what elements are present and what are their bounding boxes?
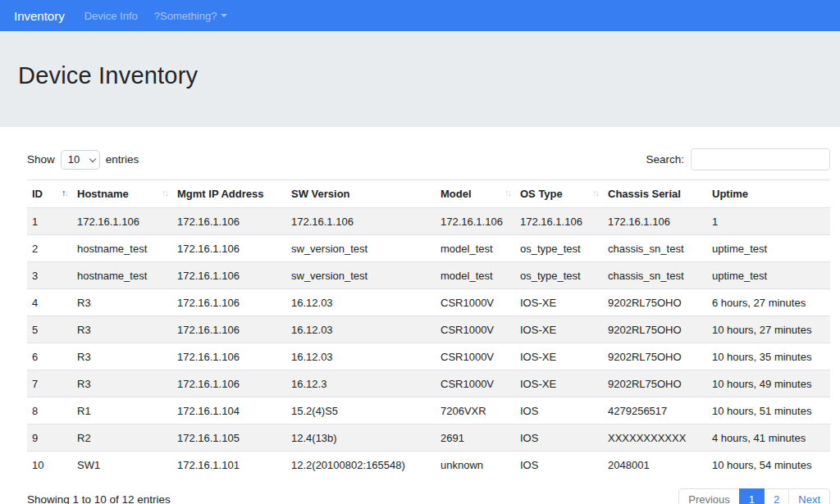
cell-uptime: 10 hours, 54 minutes	[707, 452, 830, 479]
navbar-brand[interactable]: Inventory	[14, 9, 65, 23]
column-header-model[interactable]: Model ↑↓	[436, 180, 515, 208]
cell-chassis-serial: XXXXXXXXXXX	[603, 425, 707, 452]
search-label: Search:	[646, 153, 684, 166]
column-header-label: Mgmt IP Address	[177, 188, 263, 200]
column-header-os-type[interactable]: OS Type ↑↓	[515, 180, 603, 208]
column-header-label: OS Type	[520, 188, 563, 200]
show-label: Show	[27, 153, 55, 166]
cell-id: 4	[27, 289, 72, 316]
table-row: 8R1172.16.1.10415.2(4)S57206VXRIOS427925…	[27, 397, 830, 425]
pagination-next-button[interactable]: Next	[788, 488, 830, 504]
page-size-select-wrap: 10	[61, 150, 100, 170]
column-header-hostname[interactable]: Hostname ↑↓	[72, 180, 172, 208]
cell-hostname: hostname_test	[72, 262, 172, 289]
cell-sw-version: 172.16.1.106	[286, 208, 436, 235]
table-row: 10SW1172.16.1.10112.2(20100802:165548)un…	[27, 452, 830, 479]
cell-chassis-serial: 9202RL75OHO	[603, 343, 707, 370]
search-control: Search:	[646, 148, 830, 170]
page-title: Device Inventory	[18, 62, 822, 89]
column-header-sw-version: SW Version	[286, 180, 436, 208]
column-header-chassis-serial: Chassis Serial	[603, 180, 707, 208]
cell-hostname: SW1	[72, 452, 172, 479]
navbar: Inventory Device Info ?Something?	[0, 0, 840, 31]
table-footer: Showing 1 to 10 of 12 entries Previous 1…	[27, 488, 830, 504]
column-header-label: Uptime	[712, 188, 748, 200]
cell-os-type: IOS-XE	[515, 316, 603, 343]
column-header-id[interactable]: ID ↑↓	[27, 180, 72, 208]
cell-uptime: 6 hours, 27 minutes	[707, 289, 830, 316]
pagination-previous-button[interactable]: Previous	[678, 488, 740, 504]
cell-sw-version: 16.12.3	[286, 370, 436, 397]
cell-model: 2691	[436, 425, 515, 452]
cell-mgmt-ip: 172.16.1.106	[172, 370, 286, 397]
page-size-select[interactable]: 10	[61, 150, 100, 170]
cell-sw-version: sw_version_test	[286, 262, 436, 289]
cell-model: model_test	[436, 262, 515, 289]
nav-item-label: Device Info	[84, 10, 138, 22]
cell-uptime: 10 hours, 35 minutes	[707, 343, 830, 370]
column-header-label: Hostname	[77, 188, 129, 200]
pagination-page-2-button[interactable]: 2	[764, 488, 789, 504]
cell-id: 7	[27, 370, 72, 397]
cell-os-type: IOS-XE	[515, 343, 603, 370]
sort-icon: ↑↓	[504, 188, 510, 198]
sort-icon: ↑↓	[162, 188, 167, 198]
cell-hostname: R2	[72, 425, 172, 452]
cell-chassis-serial: chassis_sn_test	[603, 235, 707, 262]
table-row: 7R3172.16.1.10616.12.3CSR1000VIOS-XE9202…	[27, 370, 830, 397]
cell-sw-version: 15.2(4)S5	[286, 397, 436, 425]
cell-model: model_test	[436, 235, 515, 262]
cell-uptime: 10 hours, 51 minutes	[707, 397, 830, 425]
cell-model: unknown	[436, 452, 515, 479]
cell-model: 7206VXR	[436, 397, 515, 425]
cell-model: CSR1000V	[436, 370, 515, 397]
cell-uptime: 10 hours, 49 minutes	[707, 370, 830, 397]
cell-sw-version: 12.4(13b)	[286, 425, 436, 452]
cell-id: 1	[27, 208, 72, 235]
cell-chassis-serial: 9202RL75OHO	[603, 289, 707, 316]
pagination-page-1-button[interactable]: 1	[739, 488, 765, 504]
main-content: Show 10 entries Search: ID ↑↓	[27, 148, 830, 504]
cell-hostname: hostname_test	[72, 235, 172, 262]
cell-model: CSR1000V	[436, 343, 515, 370]
column-header-label: ID	[32, 188, 43, 200]
cell-chassis-serial: 9202RL75OHO	[603, 316, 707, 343]
cell-sw-version: 16.12.03	[286, 316, 436, 343]
nav-item-label: ?Something?	[154, 10, 217, 22]
table-row: 1172.16.1.106172.16.1.106172.16.1.106172…	[27, 208, 830, 235]
cell-hostname: R3	[72, 343, 172, 370]
cell-uptime: uptime_test	[707, 235, 830, 262]
cell-hostname: R3	[72, 370, 172, 397]
sort-icon: ↑↓	[592, 188, 598, 198]
cell-mgmt-ip: 172.16.1.101	[172, 452, 286, 479]
jumbotron: Device Inventory	[0, 31, 840, 127]
table-row: 5R3172.16.1.10616.12.03CSR1000VIOS-XE920…	[27, 316, 830, 343]
cell-uptime: 1	[707, 208, 830, 235]
cell-hostname: 172.16.1.106	[72, 208, 172, 235]
page-length-control: Show 10 entries	[27, 150, 139, 170]
cell-os-type: IOS	[515, 452, 603, 479]
nav-item-device-info[interactable]: Device Info	[84, 10, 138, 22]
cell-hostname: R3	[72, 316, 172, 343]
search-input[interactable]	[691, 148, 830, 170]
cell-hostname: R1	[72, 397, 172, 425]
cell-id: 8	[27, 397, 72, 425]
cell-id: 10	[27, 452, 72, 479]
cell-chassis-serial: 4279256517	[603, 397, 707, 425]
device-table: ID ↑↓ Hostname ↑↓ Mgmt IP Address SW Ver…	[27, 179, 830, 478]
table-controls: Show 10 entries Search:	[27, 148, 830, 170]
table-row: 4R3172.16.1.10616.12.03CSR1000VIOS-XE920…	[27, 289, 830, 316]
cell-id: 9	[27, 425, 72, 452]
table-row: 9R2172.16.1.10512.4(13b)2691IOSXXXXXXXXX…	[27, 425, 830, 452]
cell-sw-version: 16.12.03	[286, 343, 436, 370]
column-header-label: Model	[441, 188, 472, 200]
cell-sw-version: 16.12.03	[286, 289, 436, 316]
table-header-row: ID ↑↓ Hostname ↑↓ Mgmt IP Address SW Ver…	[27, 180, 830, 208]
sort-asc-active-icon: ↑↓	[62, 188, 67, 198]
table-row: 3hostname_test172.16.1.106sw_version_tes…	[27, 262, 830, 289]
nav-item-something-dropdown[interactable]: ?Something?	[154, 10, 228, 22]
pagination: Previous 1 2 Next	[678, 488, 830, 504]
table-row: 2hostname_test172.16.1.106sw_version_tes…	[27, 235, 830, 262]
cell-model: CSR1000V	[436, 289, 515, 316]
column-header-uptime: Uptime	[707, 180, 830, 208]
